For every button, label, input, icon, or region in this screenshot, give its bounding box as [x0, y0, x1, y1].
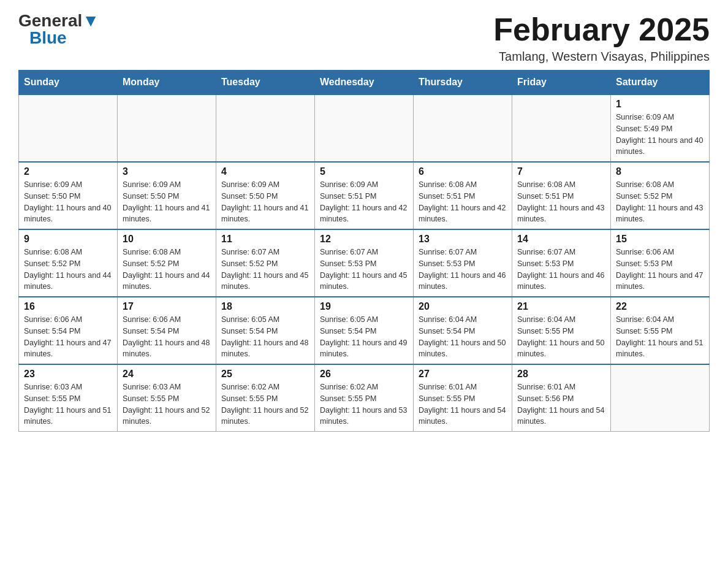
table-cell: 24Sunrise: 6:03 AMSunset: 5:55 PMDayligh…: [118, 364, 216, 432]
day-info: Sunrise: 6:03 AMSunset: 5:55 PMDaylight:…: [24, 381, 112, 427]
logo-top-row: General▼: [18, 12, 99, 29]
day-number: 26: [320, 369, 408, 380]
day-info: Sunrise: 6:08 AMSunset: 5:52 PMDaylight:…: [24, 247, 112, 293]
calendar-table: SundayMondayTuesdayWednesdayThursdayFrid…: [18, 70, 710, 432]
calendar-header: SundayMondayTuesdayWednesdayThursdayFrid…: [19, 71, 710, 95]
table-cell: 10Sunrise: 6:08 AMSunset: 5:52 PMDayligh…: [118, 229, 216, 297]
table-cell: 20Sunrise: 6:04 AMSunset: 5:54 PMDayligh…: [414, 297, 512, 364]
week-row-3: 16Sunrise: 6:06 AMSunset: 5:54 PMDayligh…: [19, 297, 710, 364]
day-info: Sunrise: 6:03 AMSunset: 5:55 PMDaylight:…: [123, 381, 211, 427]
day-info: Sunrise: 6:07 AMSunset: 5:53 PMDaylight:…: [320, 247, 408, 293]
day-info: Sunrise: 6:07 AMSunset: 5:52 PMDaylight:…: [221, 247, 309, 293]
day-number: 24: [123, 369, 211, 380]
table-cell: 23Sunrise: 6:03 AMSunset: 5:55 PMDayligh…: [19, 364, 118, 432]
table-cell: 6Sunrise: 6:08 AMSunset: 5:51 PMDaylight…: [414, 162, 512, 229]
day-number: 3: [123, 166, 211, 177]
day-info: Sunrise: 6:08 AMSunset: 5:51 PMDaylight:…: [517, 179, 605, 225]
day-info: Sunrise: 6:07 AMSunset: 5:53 PMDaylight:…: [419, 247, 507, 293]
table-cell: [118, 94, 216, 162]
table-cell: 26Sunrise: 6:02 AMSunset: 5:55 PMDayligh…: [315, 364, 414, 432]
week-row-4: 23Sunrise: 6:03 AMSunset: 5:55 PMDayligh…: [19, 364, 710, 432]
table-cell: 25Sunrise: 6:02 AMSunset: 5:55 PMDayligh…: [216, 364, 315, 432]
header-sunday: Sunday: [19, 71, 118, 95]
table-cell: 16Sunrise: 6:06 AMSunset: 5:54 PMDayligh…: [19, 297, 118, 364]
day-number: 28: [517, 369, 605, 380]
header-wednesday: Wednesday: [315, 71, 414, 95]
logo: General▼ Blue: [18, 12, 99, 47]
day-number: 27: [419, 369, 507, 380]
table-cell: 22Sunrise: 6:04 AMSunset: 5:55 PMDayligh…: [611, 297, 710, 364]
day-number: 14: [517, 234, 605, 245]
calendar-body: 1Sunrise: 6:09 AMSunset: 5:49 PMDaylight…: [19, 94, 710, 432]
table-cell: [315, 94, 414, 162]
day-number: 20: [419, 301, 507, 312]
header-thursday: Thursday: [414, 71, 512, 95]
page-header: General▼ Blue February 2025 Tamlang, Wes…: [18, 12, 710, 64]
day-number: 6: [419, 166, 507, 177]
title-block: February 2025 Tamlang, Western Visayas, …: [493, 12, 710, 64]
day-info: Sunrise: 6:05 AMSunset: 5:54 PMDaylight:…: [320, 314, 408, 360]
table-cell: 3Sunrise: 6:09 AMSunset: 5:50 PMDaylight…: [118, 162, 216, 229]
day-number: 18: [221, 301, 309, 312]
table-cell: 1Sunrise: 6:09 AMSunset: 5:49 PMDaylight…: [611, 94, 710, 162]
day-number: 15: [616, 234, 704, 245]
logo-blue-text: Blue: [29, 28, 67, 47]
day-info: Sunrise: 6:09 AMSunset: 5:50 PMDaylight:…: [221, 179, 309, 225]
day-number: 10: [123, 234, 211, 245]
table-cell: 9Sunrise: 6:08 AMSunset: 5:52 PMDaylight…: [19, 229, 118, 297]
day-number: 5: [320, 166, 408, 177]
day-number: 9: [24, 234, 112, 245]
day-number: 25: [221, 369, 309, 380]
header-tuesday: Tuesday: [216, 71, 315, 95]
day-info: Sunrise: 6:09 AMSunset: 5:49 PMDaylight:…: [616, 112, 704, 158]
header-saturday: Saturday: [611, 71, 710, 95]
day-info: Sunrise: 6:08 AMSunset: 5:52 PMDaylight:…: [616, 179, 704, 225]
table-cell: 2Sunrise: 6:09 AMSunset: 5:50 PMDaylight…: [19, 162, 118, 229]
day-info: Sunrise: 6:09 AMSunset: 5:51 PMDaylight:…: [320, 179, 408, 225]
table-cell: 21Sunrise: 6:04 AMSunset: 5:55 PMDayligh…: [512, 297, 611, 364]
day-number: 23: [24, 369, 112, 380]
table-cell: 7Sunrise: 6:08 AMSunset: 5:51 PMDaylight…: [512, 162, 611, 229]
week-row-0: 1Sunrise: 6:09 AMSunset: 5:49 PMDaylight…: [19, 94, 710, 162]
table-cell: [512, 94, 611, 162]
day-number: 19: [320, 301, 408, 312]
day-number: 4: [221, 166, 309, 177]
calendar-title: February 2025: [493, 12, 710, 47]
logo-bottom-row: Blue: [18, 29, 67, 47]
table-cell: 12Sunrise: 6:07 AMSunset: 5:53 PMDayligh…: [315, 229, 414, 297]
day-number: 11: [221, 234, 309, 245]
day-info: Sunrise: 6:07 AMSunset: 5:53 PMDaylight:…: [517, 247, 605, 293]
week-row-1: 2Sunrise: 6:09 AMSunset: 5:50 PMDaylight…: [19, 162, 710, 229]
day-info: Sunrise: 6:01 AMSunset: 5:56 PMDaylight:…: [517, 381, 605, 427]
table-cell: 11Sunrise: 6:07 AMSunset: 5:52 PMDayligh…: [216, 229, 315, 297]
week-row-2: 9Sunrise: 6:08 AMSunset: 5:52 PMDaylight…: [19, 229, 710, 297]
logo-triangle-icon: ▼: [82, 11, 99, 30]
table-cell: 27Sunrise: 6:01 AMSunset: 5:55 PMDayligh…: [414, 364, 512, 432]
day-info: Sunrise: 6:08 AMSunset: 5:51 PMDaylight:…: [419, 179, 507, 225]
logo-general-text: General▼: [18, 11, 99, 30]
day-number: 2: [24, 166, 112, 177]
calendar-subtitle: Tamlang, Western Visayas, Philippines: [493, 50, 710, 64]
day-info: Sunrise: 6:08 AMSunset: 5:52 PMDaylight:…: [123, 247, 211, 293]
day-number: 8: [616, 166, 704, 177]
table-cell: 4Sunrise: 6:09 AMSunset: 5:50 PMDaylight…: [216, 162, 315, 229]
table-cell: 14Sunrise: 6:07 AMSunset: 5:53 PMDayligh…: [512, 229, 611, 297]
day-number: 13: [419, 234, 507, 245]
day-number: 21: [517, 301, 605, 312]
day-info: Sunrise: 6:04 AMSunset: 5:55 PMDaylight:…: [517, 314, 605, 360]
table-cell: 8Sunrise: 6:08 AMSunset: 5:52 PMDaylight…: [611, 162, 710, 229]
day-info: Sunrise: 6:04 AMSunset: 5:55 PMDaylight:…: [616, 314, 704, 360]
day-info: Sunrise: 6:05 AMSunset: 5:54 PMDaylight:…: [221, 314, 309, 360]
day-info: Sunrise: 6:02 AMSunset: 5:55 PMDaylight:…: [320, 381, 408, 427]
header-monday: Monday: [118, 71, 216, 95]
table-cell: [414, 94, 512, 162]
day-number: 22: [616, 301, 704, 312]
day-info: Sunrise: 6:09 AMSunset: 5:50 PMDaylight:…: [123, 179, 211, 225]
table-cell: 18Sunrise: 6:05 AMSunset: 5:54 PMDayligh…: [216, 297, 315, 364]
day-info: Sunrise: 6:04 AMSunset: 5:54 PMDaylight:…: [419, 314, 507, 360]
table-cell: [611, 364, 710, 432]
header-friday: Friday: [512, 71, 611, 95]
table-cell: 17Sunrise: 6:06 AMSunset: 5:54 PMDayligh…: [118, 297, 216, 364]
day-number: 17: [123, 301, 211, 312]
day-info: Sunrise: 6:06 AMSunset: 5:54 PMDaylight:…: [24, 314, 112, 360]
